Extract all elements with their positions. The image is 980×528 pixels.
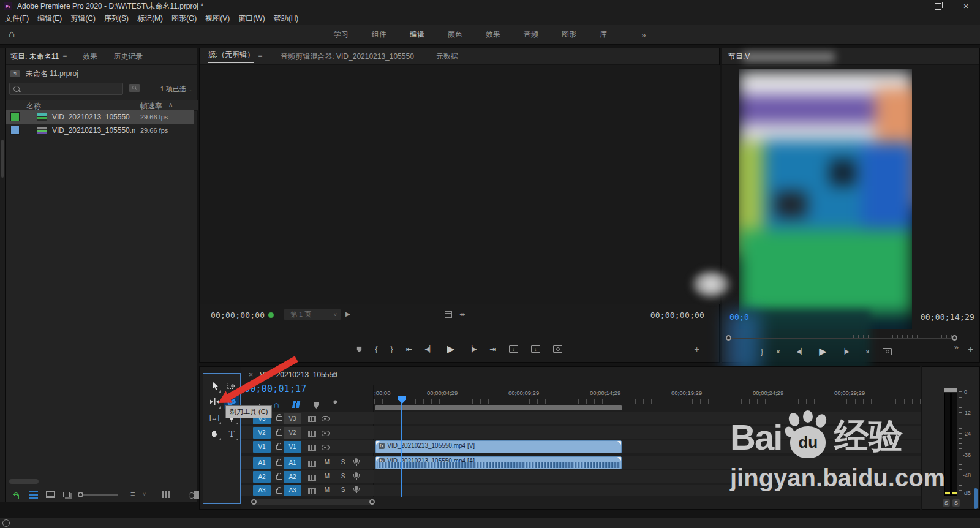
source-timecode-current[interactable]: 00;00;00;00 [211, 311, 265, 320]
sort-icon[interactable]: ≡ [130, 489, 135, 499]
mute-button[interactable]: M [323, 486, 331, 494]
source-panel-menu-icon[interactable]: ≡ [258, 52, 262, 61]
panel-menu-icon[interactable]: ≡ [62, 52, 67, 61]
menu-clip[interactable]: 剪辑(C) [70, 13, 96, 24]
insert-icon[interactable]: ↓ [509, 345, 518, 353]
minimize-button[interactable]: — [895, 0, 924, 12]
tab-audio-clip-mixer[interactable]: 音频剪辑混合器: VID_20210213_105550 [281, 51, 413, 62]
solo-button[interactable]: S [339, 486, 347, 494]
item-name[interactable]: VID_20210213_105550.mp4 [52, 126, 135, 135]
scrollbar-handle-right[interactable] [369, 499, 375, 505]
source-patch-v2[interactable]: V2 [253, 427, 271, 439]
menu-graphics[interactable]: 图形(G) [172, 13, 197, 24]
program-scrubber[interactable] [727, 335, 956, 342]
audio-clip[interactable]: fx VID_20210213_105550.mp4 [A] [375, 456, 622, 469]
source-add-button[interactable]: + [694, 344, 699, 354]
tab-timeline-sequence[interactable]: VID_20210213_105550 [260, 371, 337, 379]
program-timecode-current[interactable]: 00;0 [729, 312, 749, 322]
source-patch-v1[interactable]: V1 [253, 441, 271, 453]
workspace-tab-audio[interactable]: 音频 [524, 29, 538, 40]
menu-markers[interactable]: 标记(M) [137, 13, 163, 24]
timeline-panel-menu-icon[interactable]: ≡ [332, 371, 336, 379]
voiceover-mic-icon[interactable] [355, 486, 358, 491]
meter-solo-right-button[interactable]: S [952, 499, 960, 507]
menu-file[interactable]: 文件(F) [5, 13, 29, 24]
tab-project[interactable]: 项目: 未命名11 [10, 51, 59, 62]
sync-lock-icon[interactable] [308, 475, 316, 481]
menu-window[interactable]: 窗口(W) [238, 13, 265, 24]
workspace-tab-editing[interactable]: 编辑 [410, 29, 424, 40]
timeline-timecode[interactable]: 00;00;01;17 [244, 383, 307, 394]
close-button[interactable]: × [952, 0, 980, 12]
sync-lock-icon[interactable] [308, 461, 316, 467]
icon-view-button[interactable] [46, 491, 55, 498]
sync-lock-icon[interactable] [308, 445, 316, 451]
menu-help[interactable]: 帮助(H) [274, 13, 299, 24]
step-back-icon[interactable]: ◀▏ [424, 346, 434, 352]
tab-metadata[interactable]: 元数据 [436, 51, 458, 62]
scrollbar-handle-left[interactable] [251, 499, 257, 505]
restore-button[interactable] [924, 0, 952, 12]
breadcrumb[interactable]: 未命名 11.prproj [26, 69, 78, 79]
work-area-bar[interactable] [375, 405, 622, 410]
track-target-a1[interactable]: A1 [284, 457, 301, 469]
track-target-a2[interactable]: A2 [284, 471, 301, 483]
type-tool[interactable]: T [224, 426, 239, 441]
track-output-eye-icon[interactable] [322, 416, 330, 421]
meter-panel-scrollbar[interactable] [974, 488, 978, 509]
drag-av-icon[interactable]: ⇻ [459, 311, 465, 319]
step-forward-icon[interactable]: ▕▶ [467, 346, 477, 352]
sort-up-icon[interactable]: ∧ [168, 101, 173, 108]
workspace-tab-libraries[interactable]: 库 [600, 29, 607, 40]
source-patch-a3[interactable]: A3 [253, 485, 271, 496]
new-item-icon[interactable] [194, 491, 199, 499]
project-writable-icon[interactable] [13, 494, 19, 499]
step-back-icon[interactable]: ◀▏ [796, 349, 805, 355]
goto-in-icon[interactable]: ⇤ [777, 348, 783, 355]
track-output-eye-icon[interactable] [322, 445, 330, 450]
mark-out-icon[interactable]: } [390, 345, 393, 353]
item-name[interactable]: VID_20210213_105550 [52, 113, 130, 121]
workspace-tab-learning[interactable]: 学习 [334, 29, 349, 40]
track-lock-icon[interactable] [276, 416, 282, 421]
workspace-tab-effects[interactable]: 效果 [486, 29, 500, 40]
scrubber-handle-left[interactable] [726, 335, 731, 341]
track-lock-icon[interactable] [276, 475, 282, 480]
linked-selection-icon[interactable] [292, 401, 300, 408]
track-target-a3[interactable]: A3 [284, 485, 301, 496]
selection-tool[interactable] [207, 379, 222, 393]
track-target-v3[interactable]: V3 [284, 413, 301, 424]
export-frame-icon[interactable] [883, 348, 892, 355]
workspace-tab-assembly[interactable]: 组件 [372, 29, 386, 40]
workspace-overflow-icon[interactable]: » [641, 30, 646, 40]
zoom-slider[interactable] [80, 494, 118, 496]
project-row-sequence[interactable]: VID_20210213_105550 29.66 fps [6, 110, 194, 124]
slip-tool[interactable]: |↔| [207, 410, 222, 425]
automate-sequence-icon[interactable] [162, 491, 164, 498]
menu-view[interactable]: 视图(V) [205, 13, 230, 24]
track-lock-icon[interactable] [276, 489, 282, 494]
track-lock-icon[interactable] [276, 431, 282, 436]
source-patch-a2[interactable]: A2 [253, 471, 271, 483]
search-input[interactable] [9, 83, 123, 95]
track-target-v1[interactable]: V1 [284, 441, 301, 453]
menu-edit[interactable]: 编辑(E) [37, 13, 62, 24]
program-add-button[interactable]: + [968, 344, 973, 354]
sort-caret-icon[interactable]: ˅ [143, 491, 146, 497]
label-color-chip[interactable] [10, 126, 20, 135]
meter-solo-left-button[interactable]: S [943, 499, 950, 507]
overwrite-icon[interactable]: ↓ [531, 345, 540, 353]
label-color-chip[interactable] [10, 112, 20, 121]
playhead-line[interactable] [401, 402, 402, 497]
add-marker-icon[interactable] [357, 346, 362, 352]
tab-source[interactable]: 源:（无剪辑） [208, 50, 254, 63]
goto-out-icon[interactable]: ⇥ [490, 345, 496, 353]
step-forward-icon[interactable]: ▕▶ [840, 349, 850, 355]
track-lock-icon[interactable] [276, 461, 282, 466]
ripple-edit-tool[interactable] [207, 394, 222, 409]
timeline-close-icon[interactable]: × [249, 371, 253, 379]
list-view-button[interactable] [29, 491, 38, 499]
settings-icon[interactable] [445, 311, 452, 318]
horizontal-scrollbar[interactable] [9, 479, 39, 484]
mark-in-icon[interactable]: { [375, 345, 377, 353]
